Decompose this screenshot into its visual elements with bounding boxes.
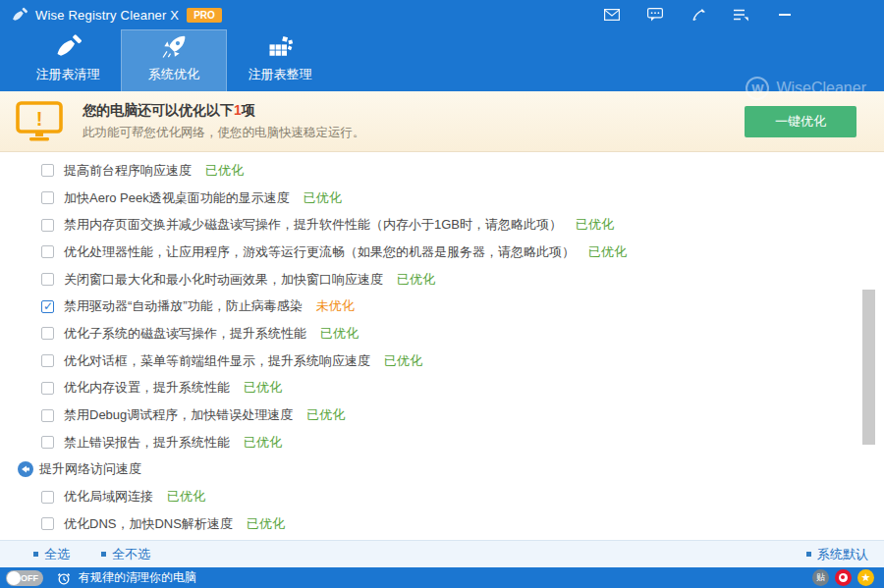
item-status: 已优化 xyxy=(205,162,244,180)
item-checkbox[interactable] xyxy=(41,436,54,449)
item-checkbox[interactable] xyxy=(41,300,54,313)
item-label: 优化DNS，加快DNS解析速度 xyxy=(64,515,233,533)
item-status: 已优化 xyxy=(588,243,627,261)
menu-icon[interactable] xyxy=(733,7,750,23)
qzone-icon[interactable]: ★ xyxy=(857,569,874,586)
banner-texts: 您的电脑还可以优化以下1项 此功能可帮您优化网络，使您的电脑快速稳定运行。 xyxy=(83,102,365,141)
defrag-blocks-icon xyxy=(266,31,294,61)
system-default-label: 系统默认 xyxy=(817,546,868,563)
mail-icon[interactable] xyxy=(603,7,621,23)
item-label: 禁用驱动器“自动播放”功能，防止病毒感染 xyxy=(64,297,303,315)
item-checkbox[interactable] xyxy=(41,191,54,204)
rocket-icon xyxy=(160,31,188,61)
item-checkbox[interactable] xyxy=(41,409,54,422)
list-item[interactable]: 禁止错误报告，提升系统性能 已优化 xyxy=(0,429,884,456)
alarm-clock-icon xyxy=(57,571,71,585)
item-label: 禁止错误报告，提升系统性能 xyxy=(64,434,230,452)
item-label: 优化对话框，菜单等前端组件显示，提升系统响应速度 xyxy=(64,352,370,370)
social-links: 贴 ★ xyxy=(812,569,874,586)
system-default-link[interactable]: 系统默认 xyxy=(806,546,868,563)
item-label: 优化子系统的磁盘读写操作，提升系统性能 xyxy=(64,325,306,343)
pro-badge: PRO xyxy=(187,8,222,23)
tieba-icon[interactable]: 贴 xyxy=(812,569,829,586)
item-label: 禁用内存页面交换并减少磁盘读写操作，提升软件性能（内存小于1GB时，请忽略此项） xyxy=(64,216,562,234)
weibo-icon[interactable] xyxy=(835,569,852,586)
section-header[interactable]: 提升网络访问速度 xyxy=(0,456,884,484)
bullet-icon xyxy=(806,552,811,557)
alert-banner: ! 您的电脑还可以优化以下1项 此功能可帮您优化网络，使您的电脑快速稳定运行。 … xyxy=(0,91,884,152)
tab-system-tuneup[interactable]: 系统优化 xyxy=(121,29,227,91)
list-item[interactable]: 提高前台程序响应速度 已优化 xyxy=(0,157,884,185)
banner-title: 您的电脑还可以优化以下1项 xyxy=(83,102,365,120)
optimization-list: 提高前台程序响应速度 已优化 加快Aero Peek透视桌面功能的显示速度 已优… xyxy=(0,152,884,540)
item-checkbox[interactable] xyxy=(41,491,54,504)
list-item[interactable]: 优化局域网连接 已优化 xyxy=(0,483,884,510)
select-all-label: 全选 xyxy=(44,546,70,563)
banner-subtitle: 此功能可帮您优化网络，使您的电脑快速稳定运行。 xyxy=(83,125,365,141)
list-item[interactable]: 禁用内存页面交换并减少磁盘读写操作，提升软件性能（内存小于1GB时，请忽略此项）… xyxy=(0,211,884,239)
statusbar: OFF 有规律的清理你的电脑 贴 ★ xyxy=(0,567,884,588)
item-label: 优化内存设置，提升系统性能 xyxy=(64,379,230,397)
brush-icon xyxy=(54,31,82,61)
tabbar: 注册表清理 系统优化 注册表整理 W WiseCleaner xyxy=(0,29,884,91)
item-label: 加快Aero Peek透视桌面功能的显示速度 xyxy=(64,189,290,207)
item-checkbox[interactable] xyxy=(41,273,54,286)
tab-registry-defrag[interactable]: 注册表整理 xyxy=(227,29,333,91)
item-status: 已优化 xyxy=(244,379,282,397)
item-label: 优化局域网连接 xyxy=(64,488,153,506)
list-item[interactable]: 优化对话框，菜单等前端组件显示，提升系统响应速度 已优化 xyxy=(0,347,884,375)
list-item[interactable]: 优化处理器性能，让应用程序，游戏等运行更流畅（如果您的机器是服务器，请忽略此项）… xyxy=(0,239,884,266)
scrollbar-thumb[interactable] xyxy=(862,290,875,445)
bullet-icon xyxy=(33,552,38,557)
titlebar: Wise Registry Cleaner X PRO xyxy=(0,0,884,29)
item-status: 已优化 xyxy=(244,434,282,452)
list-item[interactable]: 禁用驱动器“自动播放”功能，防止病毒感染 未优化 xyxy=(0,293,884,320)
list-item[interactable]: 优化子系统的磁盘读写操作，提升系统性能 已优化 xyxy=(0,320,884,347)
item-checkbox[interactable] xyxy=(41,219,54,232)
minimize-button[interactable] xyxy=(776,7,794,23)
tab-registry-cleaner[interactable]: 注册表清理 xyxy=(15,29,121,91)
item-status: 已优化 xyxy=(397,271,435,289)
banner-title-prefix: 您的电脑还可以优化以下 xyxy=(83,102,234,118)
footer: 全选 全不选 系统默认 xyxy=(0,540,884,567)
schedule-text: 有规律的清理你的电脑 xyxy=(79,569,196,586)
one-click-optimize-button[interactable]: 一键优化 xyxy=(745,106,856,137)
item-status: 未优化 xyxy=(316,297,355,315)
toggle-state-label: OFF xyxy=(21,573,38,583)
item-label: 禁用Debug调试程序，加快错误处理速度 xyxy=(64,406,293,424)
item-status: 已优化 xyxy=(306,406,345,424)
item-status: 已优化 xyxy=(304,189,342,207)
item-checkbox[interactable] xyxy=(41,245,54,258)
app-window: Wise Registry Cleaner X PRO 注册表清理 xyxy=(0,0,884,588)
network-section-icon xyxy=(18,461,33,477)
logo-text: WiseCleaner xyxy=(776,80,866,97)
support-icon[interactable] xyxy=(690,7,707,23)
banner-title-suffix: 项 xyxy=(242,102,255,118)
tab-label: 注册表清理 xyxy=(36,66,100,83)
select-none-link[interactable]: 全不选 xyxy=(101,546,150,563)
feedback-icon[interactable] xyxy=(646,7,664,23)
item-label: 关闭窗口最大化和最小化时动画效果，加快窗口响应速度 xyxy=(64,271,383,289)
item-checkbox[interactable] xyxy=(41,382,54,395)
titlebar-actions xyxy=(603,7,884,23)
list-item[interactable]: 优化DNS，加快DNS解析速度 已优化 xyxy=(0,510,884,538)
svg-text:!: ! xyxy=(36,108,43,130)
item-label: 提高前台程序响应速度 xyxy=(64,162,192,180)
item-checkbox[interactable] xyxy=(41,164,54,177)
item-label: 优化处理器性能，让应用程序，游戏等运行更流畅（如果您的机器是服务器，请忽略此项） xyxy=(64,243,575,261)
tab-label: 系统优化 xyxy=(148,66,199,83)
list-item[interactable]: 禁用Debug调试程序，加快错误处理速度 已优化 xyxy=(0,401,884,429)
list-item[interactable]: 关闭窗口最大化和最小化时动画效果，加快窗口响应速度 已优化 xyxy=(0,266,884,294)
app-icon xyxy=(10,6,28,24)
section-label: 提升网络访问速度 xyxy=(39,460,141,478)
select-none-label: 全不选 xyxy=(112,546,150,563)
item-status: 已优化 xyxy=(384,352,422,370)
list-item[interactable]: 优化内存设置，提升系统性能 已优化 xyxy=(0,375,884,402)
item-checkbox[interactable] xyxy=(41,354,54,367)
item-checkbox[interactable] xyxy=(41,517,54,530)
schedule-toggle[interactable]: OFF xyxy=(6,570,43,586)
item-checkbox[interactable] xyxy=(41,327,54,340)
select-all-link[interactable]: 全选 xyxy=(33,546,70,563)
item-status: 已优化 xyxy=(576,216,614,234)
list-item[interactable]: 加快Aero Peek透视桌面功能的显示速度 已优化 xyxy=(0,185,884,212)
